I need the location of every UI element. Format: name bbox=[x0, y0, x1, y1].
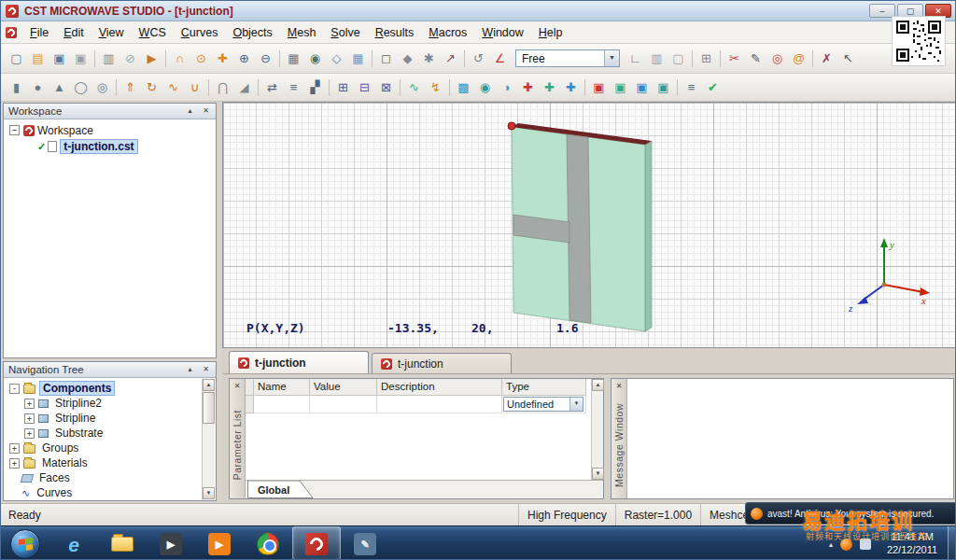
close-panel-icon[interactable] bbox=[200, 364, 212, 375]
mesh-view-button[interactable]: ▥ bbox=[647, 49, 667, 68]
boolean-subtract-button[interactable]: ⊟ bbox=[355, 77, 374, 97]
result-template-button[interactable]: ▣ bbox=[654, 77, 673, 97]
dropdown-arrow-icon[interactable] bbox=[569, 398, 583, 411]
mirror-tool-button[interactable]: ▞ bbox=[305, 77, 325, 97]
chamfer-tool-button[interactable]: ◢ bbox=[234, 77, 254, 97]
scrollbar-thumb[interactable] bbox=[203, 392, 215, 424]
blend-edges-button[interactable]: ⋂ bbox=[213, 77, 232, 97]
close-panel-icon[interactable] bbox=[232, 381, 243, 391]
settings-gear-button[interactable]: ✱ bbox=[419, 49, 439, 68]
cube-view-button[interactable]: ◻ bbox=[376, 49, 396, 68]
cylinder-primitive-button[interactable]: ◯ bbox=[71, 77, 91, 97]
navtree-item-materials[interactable]: +Materials bbox=[4, 455, 216, 470]
probe-tool-button[interactable]: ✚ bbox=[518, 77, 538, 97]
edit-pencil-button[interactable]: ✎ bbox=[746, 49, 766, 68]
show-desktop-button[interactable] bbox=[948, 526, 956, 560]
close-panel-icon[interactable] bbox=[200, 105, 212, 117]
measure-ruler-button[interactable]: ∟ bbox=[626, 49, 645, 68]
menu-item-macros[interactable]: Macros bbox=[421, 23, 474, 42]
normal-arrow-button[interactable]: ↖ bbox=[838, 49, 858, 68]
menu-item-file[interactable]: File bbox=[22, 23, 56, 42]
extrude-tool-button[interactable]: ⇑ bbox=[120, 77, 140, 97]
list-view-button[interactable]: ≡ bbox=[682, 77, 701, 97]
workspace-root-item[interactable]: Workspace bbox=[4, 122, 216, 138]
loft-tool-button[interactable]: ∿ bbox=[163, 77, 183, 97]
torus-primitive-button[interactable]: ◎ bbox=[92, 77, 112, 97]
boundary-box-button[interactable]: ▢ bbox=[668, 49, 688, 68]
tree-collapse-icon[interactable]: - bbox=[9, 384, 20, 394]
tree-expand-icon[interactable]: + bbox=[24, 399, 35, 409]
mode-dropdown[interactable]: Free bbox=[515, 49, 620, 67]
cone-primitive-button[interactable]: ▲ bbox=[49, 77, 69, 97]
tree-expand-icon[interactable]: + bbox=[24, 428, 35, 439]
port-blue-button[interactable]: ✚ bbox=[561, 77, 581, 97]
save-button[interactable]: ▣ bbox=[49, 49, 69, 68]
move-tool-button[interactable]: ✚ bbox=[213, 49, 232, 68]
transform-tool-button[interactable]: ⇄ bbox=[262, 77, 282, 97]
sphere-primitive-button[interactable]: ● bbox=[28, 77, 48, 97]
shell-tool-button[interactable]: ∪ bbox=[185, 77, 204, 97]
port-green-button[interactable]: ✚ bbox=[540, 77, 559, 97]
taskbar-button-cst[interactable] bbox=[292, 526, 341, 560]
zoom-in-button[interactable]: ⊕ bbox=[234, 49, 254, 68]
navtree-item-groups[interactable]: +Groups bbox=[4, 441, 216, 455]
menu-item-help[interactable]: Help bbox=[531, 23, 570, 42]
wcs-angle-button[interactable]: ∠ bbox=[490, 49, 510, 68]
mesh-cells-button[interactable]: ▩ bbox=[454, 77, 473, 97]
dropdown-arrow-icon[interactable] bbox=[604, 50, 619, 66]
save-all-button[interactable]: ▣ bbox=[71, 49, 91, 68]
navtree-item-stripline[interactable]: +Stripline bbox=[4, 411, 216, 426]
menu-item-results[interactable]: Results bbox=[368, 23, 422, 42]
run-macro-button[interactable]: ▶ bbox=[142, 49, 162, 68]
menu-item-objects[interactable]: Objects bbox=[225, 23, 279, 42]
taskbar-button-explorer[interactable] bbox=[98, 526, 147, 560]
annotate-button[interactable]: @ bbox=[789, 49, 808, 68]
navtree-item-curves[interactable]: ∿Curves bbox=[4, 485, 216, 500]
farfield-globe-button[interactable]: ◑ bbox=[497, 77, 516, 97]
new-file-button[interactable]: ▢ bbox=[7, 49, 26, 68]
rotate-view-button[interactable]: ◆ bbox=[398, 49, 417, 68]
scroll-down-icon[interactable] bbox=[592, 468, 604, 480]
zoom-out-button[interactable]: ⊖ bbox=[256, 49, 275, 68]
parameter-type-dropdown[interactable]: Undefined bbox=[503, 397, 583, 412]
autohide-pin-icon[interactable] bbox=[184, 364, 196, 375]
collapse-icon[interactable] bbox=[9, 125, 20, 135]
globe-view-button[interactable]: ◉ bbox=[305, 49, 325, 68]
target-scope-button[interactable]: ◎ bbox=[767, 49, 787, 68]
solver-blue-button[interactable]: ▣ bbox=[632, 77, 652, 97]
scroll-up-icon[interactable] bbox=[592, 379, 604, 391]
open-file-button[interactable]: ▤ bbox=[28, 49, 48, 68]
start-button[interactable] bbox=[10, 529, 40, 559]
scroll-down-icon[interactable] bbox=[203, 487, 215, 499]
taskbar-button-video-app[interactable]: ▶ bbox=[195, 526, 244, 560]
cut-tool-button[interactable]: ✂ bbox=[724, 49, 744, 68]
global-tab[interactable]: Global bbox=[247, 481, 320, 499]
close-panel-icon[interactable] bbox=[614, 381, 625, 391]
boolean-add-button[interactable]: ⊞ bbox=[333, 77, 353, 97]
tree-expand-icon[interactable]: + bbox=[24, 413, 35, 424]
menu-item-view[interactable]: View bbox=[91, 23, 132, 42]
pick-point-button[interactable]: ⊙ bbox=[191, 49, 211, 68]
menu-item-curves[interactable]: Curves bbox=[174, 23, 226, 42]
tree-expand-icon[interactable]: + bbox=[9, 458, 20, 469]
tree-expand-icon[interactable]: + bbox=[9, 443, 20, 454]
taskbar-button-media-player[interactable]: ▶ bbox=[147, 526, 195, 560]
calculator-button[interactable]: ⊞ bbox=[696, 49, 716, 68]
solver-green-button[interactable]: ▣ bbox=[611, 77, 630, 97]
tab-t-junction-model[interactable]: t-junction bbox=[229, 351, 369, 373]
navtree-item-substrate[interactable]: +Substrate bbox=[4, 426, 216, 441]
delete-button[interactable]: ⊘ bbox=[120, 49, 140, 68]
navigation-scrollbar[interactable] bbox=[202, 379, 215, 499]
taskbar-button-chrome[interactable] bbox=[244, 526, 292, 560]
green-check-button[interactable]: ✔ bbox=[703, 77, 723, 97]
navtree-item-stripline2[interactable]: +Stripline2 bbox=[4, 396, 216, 411]
menu-item-mesh[interactable]: Mesh bbox=[280, 23, 324, 42]
grid-toggle-button[interactable]: ▦ bbox=[348, 49, 368, 68]
pick-x-button[interactable]: ✗ bbox=[817, 49, 836, 68]
print-button[interactable]: ▥ bbox=[99, 49, 119, 68]
menu-item-edit[interactable]: Edit bbox=[56, 23, 91, 42]
navtree-item-faces[interactable]: Faces bbox=[4, 470, 216, 485]
tab-t-junction-schematic[interactable]: t-junction bbox=[372, 353, 512, 373]
discrete-port-button[interactable]: ↯ bbox=[426, 77, 445, 97]
taskbar-button-ie[interactable]: e bbox=[49, 526, 98, 560]
